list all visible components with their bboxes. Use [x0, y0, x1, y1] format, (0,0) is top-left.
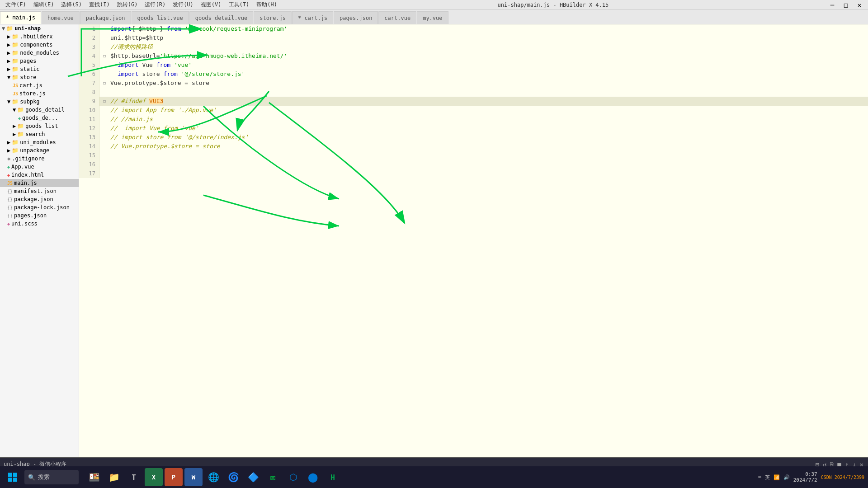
- maximize-button[interactable]: □: [839, 0, 853, 9]
- tree-search[interactable]: ▶ 📁 search: [0, 130, 79, 138]
- tree-goods-de-vue[interactable]: ◆ goods_de...: [0, 114, 79, 122]
- chevron-right-icon: ▶: [7, 58, 10, 64]
- tree-subpkg[interactable]: ▼ 📁 subpkg: [0, 98, 79, 106]
- taskbar-app-folder[interactable]: 📁: [105, 468, 123, 486]
- close-button[interactable]: ✕: [853, 0, 866, 9]
- code-content-6: import store from '@/store/store.js': [108, 70, 868, 79]
- taskbar-app-purple[interactable]: 🔷: [244, 468, 262, 486]
- taskbar-right: ⌨ 英 📶 🔊 0:37 2024/7/2 CSDN 2024/7/2399: [758, 471, 864, 483]
- tab-main-js[interactable]: * main.js: [0, 11, 41, 24]
- tab-bar: * main.js home.vue package.json goods_li…: [0, 10, 868, 24]
- tree-unpackage[interactable]: ▶ 📁 unpackage: [0, 146, 79, 155]
- tab-my-vue[interactable]: my.vue: [417, 11, 448, 24]
- menu-select[interactable]: 选择(S): [57, 0, 85, 9]
- tree-node-modules[interactable]: ▶ 📁 node_modules: [0, 49, 79, 57]
- chevron-down-icon-subpkg: ▼: [7, 99, 10, 105]
- tree-gitignore[interactable]: ◆ .gitignore: [0, 155, 79, 163]
- menu-help[interactable]: 帮助(H): [253, 0, 281, 9]
- tab-goods-detail-vue[interactable]: goods_detail.vue: [189, 11, 254, 24]
- tree-package-json[interactable]: {} package.json: [0, 195, 79, 203]
- tree-pages[interactable]: ▶ 📁 pages: [0, 57, 79, 65]
- tab-home-vue[interactable]: home.vue: [42, 11, 80, 24]
- editor-area[interactable]: 1 import{ $http } from '@escook/request-…: [79, 24, 868, 457]
- folder-icon-comp: 📁: [12, 42, 19, 48]
- tree-uni-scss[interactable]: ◆ uni.scss: [0, 220, 79, 228]
- tab-pages-json[interactable]: pages.json: [334, 11, 378, 24]
- tab-cart-js[interactable]: * cart.js: [292, 11, 333, 24]
- tree-main-js[interactable]: JS main.js: [0, 179, 79, 187]
- csdn-label: CSDN 2024/7/2399: [821, 475, 864, 480]
- taskbar-search[interactable]: 🔍 搜索: [24, 470, 79, 484]
- tab-package-json[interactable]: package.json: [80, 11, 131, 24]
- menu-run[interactable]: 运行(R): [141, 0, 169, 9]
- start-button[interactable]: [4, 469, 22, 485]
- js-icon-main: JS: [7, 181, 13, 186]
- code-line-14: 14 // Vue.prototype.$store = store: [79, 142, 868, 151]
- svg-rect-2: [13, 473, 17, 477]
- taskbar-app-excel[interactable]: X: [145, 468, 163, 486]
- tree-app-vue[interactable]: ◆ App.vue: [0, 163, 79, 171]
- tree-components[interactable]: ▶ 📁 components: [0, 41, 79, 49]
- search-label: 搜索: [38, 473, 50, 481]
- code-line-7: 7 ◻ Vue.prototype.$store = store: [79, 79, 868, 88]
- taskbar-app-blue-circle[interactable]: ⬤: [304, 468, 322, 486]
- menubar: 文件(F) 编辑(E) 选择(S) 查找(I) 跳转(G) 运行(R) 发行(U…: [0, 0, 868, 10]
- folder-icon-search: 📁: [17, 131, 24, 137]
- code-line-2: 2 uni.$http=$http: [79, 33, 868, 42]
- tree-goods-list[interactable]: ▶ 📁 goods_list: [0, 122, 79, 130]
- taskbar-app-word[interactable]: W: [184, 468, 203, 486]
- tree-store[interactable]: ▼ 📁 store: [0, 73, 79, 81]
- tree-manifest-json[interactable]: {} manifest.json: [0, 187, 79, 195]
- chevron-right-icon-um: ▶: [7, 139, 10, 145]
- taskbar-app-green2[interactable]: H: [324, 468, 342, 486]
- menu-tools[interactable]: 工具(T): [225, 0, 253, 9]
- menu-edit[interactable]: 编辑(E): [30, 0, 58, 9]
- taskbar-app-powerpoint[interactable]: P: [165, 468, 183, 486]
- line-num-15: 15: [79, 151, 99, 160]
- code-content-8: [108, 88, 868, 97]
- tab-cart-vue[interactable]: cart.vue: [378, 11, 416, 24]
- wifi-icon: 📶: [774, 474, 780, 480]
- line-num-2: 2: [79, 33, 99, 42]
- tree-goods-detail[interactable]: ▼ 📁 goods_detail: [0, 106, 79, 114]
- taskbar-app-edge[interactable]: 🌀: [224, 468, 242, 486]
- menu-jump[interactable]: 跳转(G): [113, 0, 142, 9]
- folder-icon: 📁: [6, 25, 13, 32]
- tree-static[interactable]: ▶ 📁 static: [0, 65, 79, 73]
- line-num-16: 16: [79, 160, 99, 169]
- windows-logo-icon: [7, 472, 18, 483]
- chevron-right-icon-gl: ▶: [13, 123, 16, 129]
- menu-find[interactable]: 查找(I): [85, 0, 113, 9]
- taskbar-app-chrome[interactable]: 🌐: [204, 468, 222, 486]
- tree-root[interactable]: ▼ 📁 uni-shap: [0, 24, 79, 33]
- code-content-10: // import App from './App.vue': [108, 106, 868, 115]
- js-file-icon-2: JS: [13, 91, 18, 96]
- code-line-16: 16: [79, 160, 868, 169]
- line-num-10: 10: [79, 106, 99, 115]
- tree-store-js[interactable]: JS store.js: [0, 89, 79, 98]
- tree-uni-modules[interactable]: ▶ 📁 uni_modules: [0, 138, 79, 146]
- svg-rect-4: [13, 478, 17, 482]
- taskbar-app-text[interactable]: T: [125, 468, 143, 486]
- tree-pages-json[interactable]: {} pages.json: [0, 211, 79, 220]
- clock-date: 2024/7/2: [793, 477, 817, 483]
- folder-icon-um: 📁: [12, 139, 19, 145]
- scss-icon: ◆: [7, 221, 10, 226]
- tree-cart-js[interactable]: JS cart.js: [0, 81, 79, 89]
- line-num-17: 17: [79, 169, 99, 178]
- tree-hbuilderx[interactable]: ▶ 📁 .hbuilderx: [0, 33, 79, 41]
- menu-release[interactable]: 发行(U): [169, 0, 197, 9]
- tab-store-js[interactable]: store.js: [254, 11, 292, 24]
- minimize-button[interactable]: ─: [826, 0, 839, 9]
- js-file-icon: JS: [13, 83, 18, 88]
- taskbar-app-food[interactable]: 🍱: [85, 468, 103, 486]
- menu-view[interactable]: 视图(V): [197, 0, 225, 9]
- menu-file[interactable]: 文件(F): [2, 0, 30, 9]
- code-line-10: 10 // import App from './App.vue': [79, 106, 868, 115]
- tree-package-lock[interactable]: {} package-lock.json: [0, 203, 79, 211]
- taskbar-app-vscode[interactable]: ⬡: [284, 468, 302, 486]
- folder-icon-gd: 📁: [17, 107, 24, 113]
- tab-goods-list-vue[interactable]: goods_list.vue: [132, 11, 189, 24]
- taskbar-app-green[interactable]: ✉: [264, 468, 282, 486]
- tree-index-html[interactable]: ◆ index.html: [0, 171, 79, 179]
